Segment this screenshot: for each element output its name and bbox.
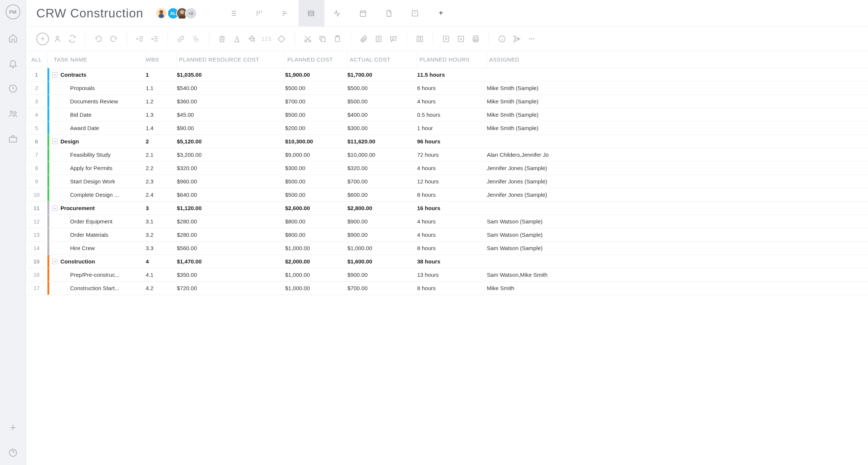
cell-as[interactable]: Mike Smith (Sample) <box>487 98 868 104</box>
cell-ph[interactable]: 4 hours <box>417 98 487 104</box>
avatar-more[interactable]: +2 <box>185 7 197 19</box>
avatar[interactable] <box>155 7 167 19</box>
view-risk-icon[interactable] <box>402 0 428 27</box>
notes-icon[interactable] <box>372 33 385 45</box>
cell-ph[interactable]: 1 hour <box>417 125 487 131</box>
indent-icon[interactable] <box>148 33 161 45</box>
cell-ph[interactable]: 16 hours <box>417 205 487 211</box>
collapse-icon[interactable]: − <box>52 259 57 264</box>
cell-pc[interactable]: $800.00 <box>285 232 347 238</box>
cell-ac[interactable]: $320.00 <box>347 165 417 171</box>
cell-as[interactable]: Alan Childers,Jennifer Jo <box>487 152 868 158</box>
cell-prc[interactable]: $280.00 <box>177 218 285 225</box>
task-cell[interactable]: −Procurement <box>49 205 146 211</box>
copy-icon[interactable] <box>316 33 329 45</box>
row-number[interactable]: 1 <box>26 68 47 81</box>
cell-pc[interactable]: $500.00 <box>285 178 347 185</box>
view-add-icon[interactable]: + <box>428 0 454 27</box>
send-icon[interactable] <box>511 33 523 45</box>
cell-wbs[interactable]: 3 <box>146 205 177 211</box>
view-sheet-icon[interactable] <box>298 0 324 27</box>
columns-icon[interactable] <box>413 33 426 45</box>
cell-pc[interactable]: $10,300.00 <box>285 138 347 145</box>
cell-as[interactable]: Mike Smith (Sample) <box>487 85 868 91</box>
view-activity-icon[interactable] <box>324 0 350 27</box>
task-row[interactable]: 10Complete Design ...2.4$640.00$500.00$6… <box>26 188 868 202</box>
task-row[interactable]: 8Apply for Permits2.2$320.00$300.00$320.… <box>26 162 868 175</box>
cell-ph[interactable]: 8 hours <box>417 245 487 251</box>
column-all[interactable]: ALL <box>26 51 47 68</box>
number-format-icon[interactable]: 123 <box>260 33 273 45</box>
cell-ac[interactable]: $2,800.00 <box>347 205 417 211</box>
add-icon[interactable] <box>8 423 18 432</box>
column-wbs[interactable]: WBS <box>146 51 177 68</box>
cell-prc[interactable]: $720.00 <box>177 285 285 291</box>
cell-ph[interactable]: 11.5 hours <box>417 72 487 78</box>
cell-pc[interactable]: $500.00 <box>285 192 347 198</box>
cell-ph[interactable]: 8 hours <box>417 192 487 198</box>
cell-ph[interactable]: 12 hours <box>417 178 487 185</box>
cell-prc[interactable]: $640.00 <box>177 192 285 198</box>
cell-pc[interactable]: $800.00 <box>285 218 347 225</box>
cell-prc[interactable]: $360.00 <box>177 98 285 104</box>
collapse-icon[interactable]: − <box>52 206 57 211</box>
export-icon[interactable] <box>455 33 467 45</box>
unlink-icon[interactable] <box>189 33 202 45</box>
cell-prc[interactable]: $1,035.00 <box>177 72 285 78</box>
cell-ac[interactable]: $1,000.00 <box>347 245 417 251</box>
task-row[interactable]: 7Feasibility Study2.1$3,200.00$9,000.00$… <box>26 148 868 162</box>
task-row[interactable]: 16Prep/Pre-construc...4.1$350.00$1,000.0… <box>26 268 868 282</box>
task-cell[interactable]: −Design <box>49 138 146 145</box>
row-number[interactable]: 3 <box>26 95 47 108</box>
collapse-icon[interactable]: − <box>52 139 57 144</box>
cell-prc[interactable]: $90.00 <box>177 125 285 131</box>
cell-prc[interactable]: $280.00 <box>177 232 285 238</box>
cell-prc[interactable]: $5,120.00 <box>177 138 285 145</box>
row-number[interactable]: 8 <box>26 162 47 175</box>
cell-wbs[interactable]: 4.2 <box>146 285 177 291</box>
cell-as[interactable]: Jennifer Jones (Sample) <box>487 192 868 198</box>
info-icon[interactable] <box>496 33 508 45</box>
cell-ac[interactable]: $300.00 <box>347 125 417 131</box>
cell-prc[interactable]: $1,470.00 <box>177 258 285 265</box>
cell-wbs[interactable]: 1.1 <box>146 85 177 91</box>
row-number[interactable]: 6 <box>26 135 47 148</box>
redo-icon[interactable] <box>107 33 120 45</box>
cell-pc[interactable]: $1,000.00 <box>285 285 347 291</box>
trash-icon[interactable] <box>216 33 228 45</box>
cell-prc[interactable]: $1,120.00 <box>177 205 285 211</box>
cell-wbs[interactable]: 2.4 <box>146 192 177 198</box>
cell-ac[interactable]: $11,620.00 <box>347 138 417 145</box>
cell-ac[interactable]: $900.00 <box>347 232 417 238</box>
cell-ac[interactable]: $900.00 <box>347 272 417 278</box>
task-row[interactable]: 15−Construction4$1,470.00$2,000.00$1,600… <box>26 255 868 268</box>
cell-wbs[interactable]: 2.3 <box>146 178 177 185</box>
row-number[interactable]: 10 <box>26 188 47 201</box>
task-row[interactable]: 4Bid Date1.3$45.00$500.00$400.000.5 hour… <box>26 108 868 122</box>
view-calendar-icon[interactable] <box>350 0 376 27</box>
task-row[interactable]: 17Construction Start...4.2$720.00$1,000.… <box>26 282 868 295</box>
row-number[interactable]: 2 <box>26 82 47 94</box>
task-cell[interactable]: Order Materials <box>49 232 146 238</box>
comment-icon[interactable] <box>387 33 400 45</box>
task-cell[interactable]: Proposals <box>49 85 146 91</box>
cell-as[interactable]: Sam Watson (Sample) <box>487 245 868 251</box>
task-row[interactable]: 9Start Design Work2.3$960.00$500.00$700.… <box>26 175 868 188</box>
cell-pc[interactable]: $1,900.00 <box>285 72 347 78</box>
cell-ph[interactable]: 6 hours <box>417 85 487 91</box>
task-cell[interactable]: −Construction <box>49 258 146 265</box>
cell-wbs[interactable]: 1.3 <box>146 112 177 118</box>
cell-ph[interactable]: 0.5 hours <box>417 112 487 118</box>
task-row[interactable]: 13Order Materials3.2$280.00$800.00$900.0… <box>26 228 868 242</box>
cell-pc[interactable]: $2,000.00 <box>285 258 347 265</box>
task-cell[interactable]: Complete Design ... <box>49 192 146 198</box>
cell-wbs[interactable]: 2 <box>146 138 177 145</box>
task-row[interactable]: 5Award Date1.4$90.00$200.00$300.001 hour… <box>26 122 868 135</box>
cell-prc[interactable]: $540.00 <box>177 85 285 91</box>
task-cell[interactable]: Award Date <box>49 125 146 131</box>
cell-pc[interactable]: $2,600.00 <box>285 205 347 211</box>
avatar-stack[interactable]: AL +2 <box>155 7 197 19</box>
outdent-icon[interactable] <box>133 33 146 45</box>
app-logo[interactable]: PM <box>6 4 20 19</box>
sync-icon[interactable] <box>66 33 79 45</box>
